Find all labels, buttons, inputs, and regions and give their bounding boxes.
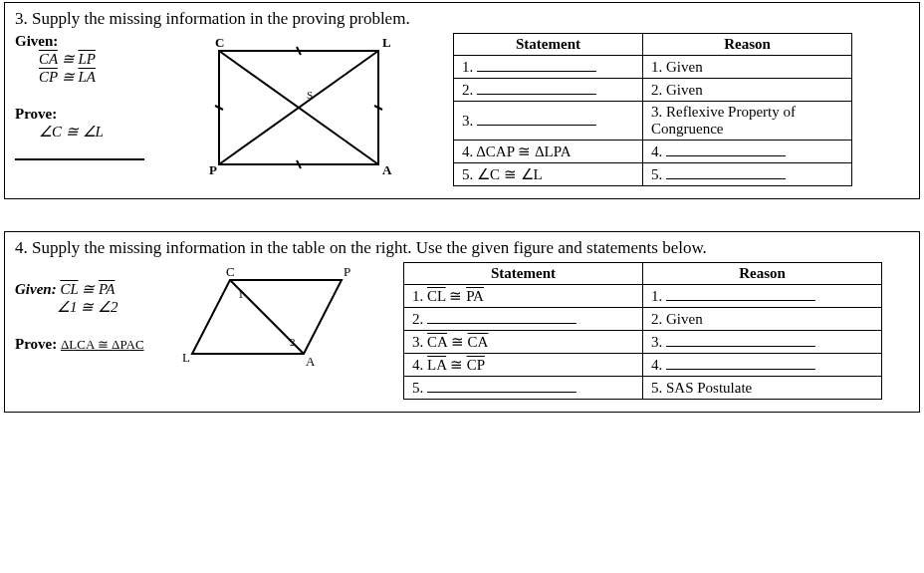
r41: 1. — [643, 285, 882, 308]
g41r: PA — [99, 281, 115, 297]
blank-s2[interactable] — [477, 81, 596, 95]
given-line-4: Given: CL ≅ PA — [15, 280, 154, 298]
parallelogram-icon: C P L A 1 2 — [182, 262, 371, 372]
prove-text-4: ΔLCA ≅ ΔPAC — [61, 337, 144, 352]
v4-A: A — [306, 354, 316, 369]
problem-4-left: Given: CL ≅ PA ∠1 ≅ ∠2 Prove: ΔLCA ≅ ΔPA… — [15, 262, 393, 372]
vertex-A: A — [382, 162, 392, 177]
problem-4-box: 4. Supply the missing information in the… — [4, 231, 920, 413]
proof-table-3: Statement Reason 1. 1. Given 2. 2. Given… — [453, 33, 852, 186]
r44: 4. — [643, 354, 882, 377]
given2-left: CP — [39, 69, 58, 85]
problem-3-content: Given: CA ≅ LP CP ≅ LA Prove: ∠C ≅ ∠L — [15, 33, 909, 186]
given-label: Given: — [15, 33, 144, 50]
angle-2: 2 — [290, 336, 296, 348]
given-prove-block-4: Given: CL ≅ PA ∠1 ≅ ∠2 Prove: ΔLCA ≅ ΔPA… — [15, 262, 154, 353]
given-line-2: CP ≅ LA — [39, 68, 144, 86]
proof-table-3-wrap: Statement Reason 1. 1. Given 2. 2. Given… — [453, 33, 852, 186]
s4: 4. ΔCAP ≅ ΔLPA — [454, 141, 643, 163]
figure-3: C L P A S — [154, 33, 443, 182]
blank-s3[interactable] — [477, 112, 596, 126]
problem-4-content: Given: CL ≅ PA ∠1 ≅ ∠2 Prove: ΔLCA ≅ ΔPA… — [15, 262, 909, 400]
v4-C: C — [226, 264, 235, 279]
given4-text: CL ≅ PA — [60, 281, 115, 297]
r42: 2. Given — [643, 308, 882, 331]
prove-line-4: Prove: ΔLCA ≅ ΔPAC — [15, 336, 154, 353]
r2: 2. Given — [643, 79, 852, 102]
given2-right: LA — [78, 69, 96, 85]
r5-pre: 5. — [651, 166, 666, 182]
th4-statement: Statement — [404, 263, 643, 285]
vertex-C: C — [215, 35, 224, 50]
blank-r44[interactable] — [666, 356, 815, 370]
r45: 5. SAS Postulate — [643, 377, 882, 400]
proof-table-4-wrap: Statement Reason 1. CL ≅ PA 1. 2. 2. Giv… — [403, 262, 882, 400]
r5: 5. — [643, 163, 852, 186]
prove-text: ∠C ≅ ∠L — [39, 123, 144, 141]
s43r: CA — [468, 334, 489, 350]
prove-label: Prove: — [15, 106, 144, 123]
s44l: LA — [427, 357, 446, 373]
blank-s45[interactable] — [427, 379, 577, 393]
center-S: S — [307, 89, 313, 101]
s44r: CP — [467, 357, 485, 373]
problem-3-title: 3. Supply the missing information in the… — [15, 9, 909, 29]
problem-3-left: Given: CA ≅ LP CP ≅ LA Prove: ∠C ≅ ∠L — [15, 33, 443, 182]
s45-pre: 5. — [412, 380, 427, 396]
square-diagonals-icon: C L P A S — [199, 33, 398, 182]
s5: 5. ∠C ≅ ∠L — [454, 163, 643, 186]
s41l: CL — [427, 288, 446, 304]
vertex-P: P — [209, 162, 217, 177]
th-reason: Reason — [643, 34, 852, 56]
given-label-4: Given: — [15, 281, 57, 297]
angle-1: 1 — [238, 288, 244, 300]
r4: 4. — [643, 141, 852, 163]
vertex-L: L — [382, 35, 391, 50]
blank-r4[interactable] — [666, 143, 786, 156]
given1-right: LP — [78, 51, 96, 67]
s43: 3. CA ≅ CA — [404, 331, 643, 354]
s3: 3. — [454, 102, 643, 141]
r44-pre: 4. — [651, 357, 666, 373]
s3-pre: 3. — [462, 113, 477, 129]
r4-pre: 4. — [651, 143, 666, 159]
th4-reason: Reason — [643, 263, 882, 285]
given1-left: CA — [39, 51, 58, 67]
s41r: PA — [466, 288, 484, 304]
v4-P: P — [344, 264, 350, 279]
s2-pre: 2. — [462, 82, 477, 98]
s42: 2. — [404, 308, 643, 331]
s2: 2. — [454, 79, 643, 102]
v4-L: L — [182, 350, 190, 365]
s1-pre: 1. — [462, 59, 477, 75]
blank-r43[interactable] — [666, 333, 815, 347]
s41: 1. CL ≅ PA — [404, 285, 643, 308]
blank-s1[interactable] — [477, 58, 596, 72]
s43l: CA — [427, 334, 447, 350]
s42-pre: 2. — [412, 311, 427, 327]
s43-pre: 3. — [412, 334, 427, 350]
given-prove-block: Given: CA ≅ LP CP ≅ LA Prove: ∠C ≅ ∠L — [15, 33, 144, 182]
prove-label-4: Prove: — [15, 336, 57, 352]
r41-pre: 1. — [651, 288, 666, 304]
s45: 5. — [404, 377, 643, 400]
given-line-1: CA ≅ LP — [39, 50, 144, 68]
s44-pre: 4. — [412, 357, 427, 373]
s41-pre: 1. — [412, 288, 427, 304]
problem-4-title: 4. Supply the missing information in the… — [15, 238, 909, 258]
r43: 3. — [643, 331, 882, 354]
blank-r5[interactable] — [666, 165, 786, 179]
r3: 3. Reflexive Property of Congruence — [643, 102, 852, 141]
proof-table-4: Statement Reason 1. CL ≅ PA 1. 2. 2. Giv… — [403, 262, 882, 400]
blank-s42[interactable] — [427, 310, 577, 324]
r1: 1. Given — [643, 56, 852, 79]
s1: 1. — [454, 56, 643, 79]
problem-3-box: 3. Supply the missing information in the… — [4, 2, 920, 199]
th-statement: Statement — [454, 34, 643, 56]
given-line-4b: ∠1 ≅ ∠2 — [57, 298, 154, 316]
blank-r41[interactable] — [666, 287, 815, 301]
r43-pre: 3. — [651, 334, 666, 350]
g41l: CL — [60, 281, 78, 297]
s44: 4. LA ≅ CP — [404, 354, 643, 377]
figure-4: C P L A 1 2 — [160, 262, 393, 372]
